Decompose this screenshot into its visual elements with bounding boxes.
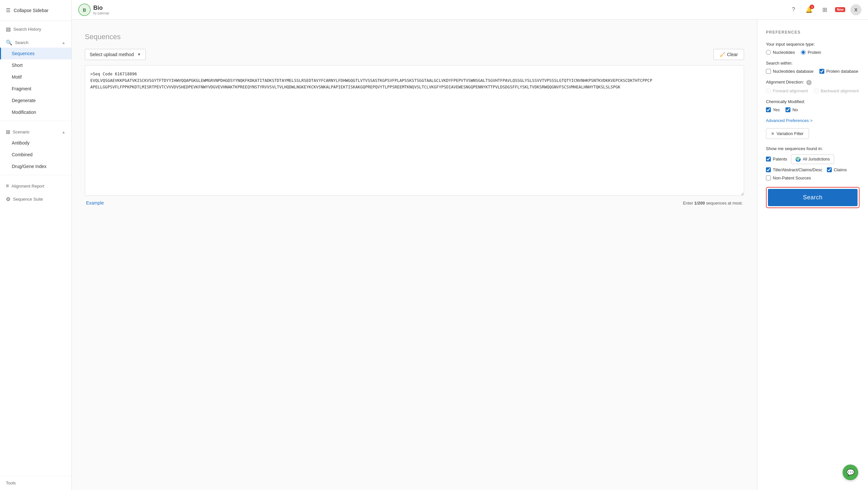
sequence-input[interactable]: >Seq Code 616718896 EVQLVQSGAEVKKPGATVKI… bbox=[85, 65, 744, 196]
nucleotides-db-checkbox[interactable] bbox=[766, 69, 771, 74]
sidebar-item-modification[interactable]: Modification bbox=[0, 106, 71, 118]
alignment-direction-section: Alignment Direction: i Forward alignment… bbox=[766, 80, 860, 93]
clear-button[interactable]: 🧹 Clear bbox=[713, 49, 744, 60]
nucleotides-radio[interactable] bbox=[766, 50, 771, 55]
sequences-panel: Sequences Select upload method ▼ 🧹 Clear… bbox=[72, 20, 757, 490]
clear-label: Clear bbox=[727, 52, 738, 57]
yes-label: Yes bbox=[773, 107, 780, 112]
non-patent-item[interactable]: Non-Patent Sources bbox=[766, 175, 811, 180]
search-button[interactable]: Search bbox=[768, 189, 858, 206]
sidebar-item-degenerate[interactable]: Degenerate bbox=[0, 95, 71, 106]
patents-checkbox[interactable] bbox=[766, 156, 771, 162]
nucleotides-db-item[interactable]: Nucleotides database bbox=[766, 69, 813, 74]
suite-icon: ⚙ bbox=[6, 196, 10, 202]
info-icon: i bbox=[806, 80, 812, 85]
sidebar-item-antibody[interactable]: Antibody bbox=[0, 137, 71, 149]
content-area: Sequences Select upload method ▼ 🧹 Clear… bbox=[72, 20, 868, 490]
claims-item[interactable]: Claims bbox=[827, 167, 847, 172]
sidebar-item-drug-gene[interactable]: Drug/Gene Index bbox=[0, 161, 71, 172]
nucleotides-db-label: Nucleotides database bbox=[773, 69, 813, 74]
scenario-label: Scenario bbox=[13, 129, 29, 135]
sidebar-item-sequence-suite[interactable]: ⚙ Sequence Suite bbox=[0, 191, 71, 204]
protein-db-item[interactable]: Protein database bbox=[819, 69, 858, 74]
protein-radio-item[interactable]: Protein bbox=[801, 50, 821, 55]
nucleotides-radio-item[interactable]: Nucleotides bbox=[766, 50, 795, 55]
backward-alignment-checkbox bbox=[814, 88, 819, 93]
yes-item[interactable]: Yes bbox=[766, 107, 780, 112]
chat-bubble[interactable]: 💬 bbox=[843, 465, 858, 480]
upload-method-dropdown[interactable]: Select upload method ▼ bbox=[85, 49, 146, 60]
chevron-up-icon: ▲ bbox=[62, 40, 66, 45]
show-sequences-section: Show me sequences found in: Patents 🌍 Al… bbox=[766, 146, 860, 180]
input-type-radio-group: Nucleotides Protein bbox=[766, 50, 860, 55]
search-label: Search bbox=[15, 40, 28, 45]
title-abstract-label: Title/Abstract/Claims/Desc bbox=[773, 167, 823, 172]
forward-alignment-item: Forward alignment bbox=[766, 88, 808, 93]
sidebar-item-combined[interactable]: Combined bbox=[0, 149, 71, 161]
sidebar-item-sequences[interactable]: Sequences bbox=[0, 48, 71, 59]
user-avatar-button[interactable]: X bbox=[850, 4, 862, 15]
help-button[interactable]: ? bbox=[788, 5, 799, 15]
sidebar-item-alignment-report[interactable]: ≡ Alignment Report bbox=[0, 178, 71, 191]
backward-alignment-label: Backward alignment bbox=[821, 88, 859, 93]
example-link[interactable]: Example bbox=[86, 200, 104, 205]
protein-db-label: Protein database bbox=[826, 69, 858, 74]
forward-alignment-checkbox bbox=[766, 88, 771, 93]
alignment-report-label: Alignment Report bbox=[11, 184, 44, 189]
upload-method-label: Select upload method bbox=[90, 52, 134, 57]
apps-button[interactable]: ⊞ bbox=[819, 5, 830, 15]
title-abstract-checkbox[interactable] bbox=[766, 167, 771, 172]
input-type-section: Your input sequence type: Nucleotides Pr… bbox=[766, 42, 860, 55]
preferences-panel: PREFERENCES Your input sequence type: Nu… bbox=[757, 20, 868, 490]
claims-checkbox[interactable] bbox=[827, 167, 832, 172]
search-button-container: Search bbox=[766, 187, 860, 208]
scenario-items-list: Antibody Combined Drug/Gene Index bbox=[0, 137, 71, 172]
preferences-title: PREFERENCES bbox=[766, 30, 860, 35]
claims-label: Claims bbox=[834, 167, 847, 172]
search-within-section: Search within: Nucleotides database Prot… bbox=[766, 61, 860, 74]
sidebar: ☰ Collapse Sidebar ▤ Search History 🔍 Se… bbox=[0, 0, 72, 490]
sidebar-scenario-section[interactable]: ⊞ Scenario ▲ bbox=[0, 124, 71, 137]
alignment-icon: ≡ bbox=[6, 183, 9, 189]
variation-filter-label: Variation Filter bbox=[777, 131, 804, 136]
search-history-label: Search History bbox=[13, 27, 41, 32]
sidebar-search-section[interactable]: 🔍 Search ▲ bbox=[0, 34, 71, 48]
yes-checkbox[interactable] bbox=[766, 107, 771, 112]
protein-radio-label: Protein bbox=[808, 50, 821, 55]
title-abstract-item[interactable]: Title/Abstract/Claims/Desc bbox=[766, 167, 823, 172]
collapse-sidebar-label: Collapse Sidebar bbox=[14, 8, 49, 13]
sidebar-item-fragment[interactable]: Fragment bbox=[0, 83, 71, 95]
sidebar-item-search-history[interactable]: ▤ Search History bbox=[0, 21, 71, 34]
logo-text: Bio by patsnap bbox=[93, 5, 109, 15]
protein-db-checkbox[interactable] bbox=[819, 69, 824, 74]
dropdown-chevron-icon: ▼ bbox=[137, 52, 141, 57]
advanced-preferences-link[interactable]: Advanced Preferences > bbox=[766, 118, 860, 123]
forward-alignment-label: Forward alignment bbox=[773, 88, 808, 93]
non-patent-checkbox[interactable] bbox=[766, 175, 771, 180]
variation-filter-button[interactable]: ≡ Variation Filter bbox=[766, 128, 809, 139]
chemically-modified-section: Chemically Modified: Yes No bbox=[766, 99, 860, 112]
no-checkbox[interactable] bbox=[785, 107, 790, 112]
sidebar-item-short[interactable]: Short bbox=[0, 59, 71, 71]
collapse-sidebar-button[interactable]: ☰ Collapse Sidebar bbox=[0, 0, 71, 21]
eraser-icon: 🧹 bbox=[720, 52, 725, 57]
topbar: B Bio by patsnap ? 🔔 1 ⊞ New X bbox=[72, 0, 868, 20]
all-jurisdictions-button[interactable]: 🌍 All Jurisdictions bbox=[791, 154, 834, 164]
no-item[interactable]: No bbox=[785, 107, 798, 112]
app-by: by patsnap bbox=[93, 11, 109, 15]
patents-item[interactable]: Patents bbox=[766, 156, 787, 162]
notifications-button[interactable]: 🔔 1 bbox=[804, 5, 814, 15]
chemically-modified-label: Chemically Modified: bbox=[766, 99, 860, 104]
logo-icon: B bbox=[78, 4, 91, 16]
protein-radio[interactable] bbox=[801, 50, 806, 55]
tools-label: Tools bbox=[6, 481, 16, 485]
input-type-label: Your input sequence type: bbox=[766, 42, 860, 47]
sidebar-item-motif[interactable]: Motif bbox=[0, 71, 71, 83]
sequence-suite-label: Sequence Suite bbox=[13, 197, 43, 202]
non-patent-row: Non-Patent Sources bbox=[766, 175, 860, 180]
topbar-right: ? 🔔 1 ⊞ New X bbox=[788, 4, 862, 15]
sidebar-divider bbox=[0, 121, 71, 121]
main-area: B Bio by patsnap ? 🔔 1 ⊞ New X Sequences bbox=[72, 0, 868, 490]
history-icon: ▤ bbox=[6, 26, 11, 32]
found-in-row: Patents 🌍 All Jurisdictions bbox=[766, 154, 860, 164]
